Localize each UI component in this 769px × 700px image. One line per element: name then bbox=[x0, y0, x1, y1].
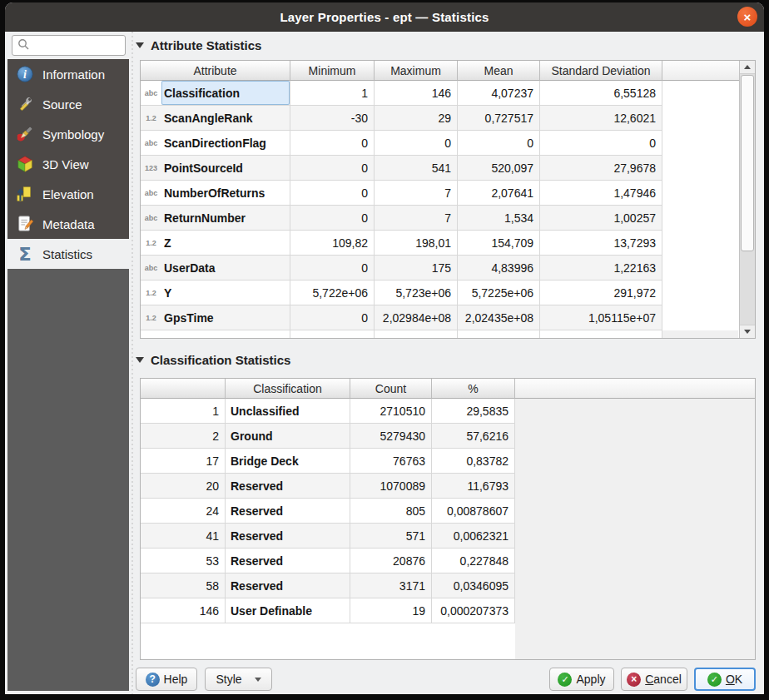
class-code-cell[interactable]: 2 bbox=[141, 424, 226, 449]
column-header-percent[interactable]: % bbox=[432, 379, 515, 399]
attribute-cell[interactable]: 1.2 Z bbox=[141, 231, 290, 256]
class-code-cell[interactable]: 1 bbox=[141, 399, 226, 424]
count-cell[interactable]: 1070089 bbox=[350, 474, 432, 499]
maximum-cell[interactable]: 29 bbox=[375, 106, 458, 131]
maximum-cell[interactable]: 7 bbox=[375, 206, 458, 231]
stddev-cell[interactable]: 6,55128 bbox=[540, 81, 662, 106]
attribute-statistics-group[interactable]: Attribute Statistics bbox=[136, 38, 261, 52]
class-name-cell[interactable]: Reserved bbox=[226, 573, 350, 598]
minimum-cell[interactable]: 0 bbox=[290, 206, 375, 231]
class-name-cell[interactable]: User Definable bbox=[226, 598, 350, 623]
mean-cell[interactable]: 4,07237 bbox=[458, 81, 540, 106]
count-cell[interactable]: 3171 bbox=[350, 573, 432, 598]
help-button[interactable]: ? Help bbox=[136, 668, 197, 691]
class-code-cell[interactable]: 20 bbox=[141, 474, 226, 499]
count-cell[interactable]: 19 bbox=[350, 598, 432, 623]
percent-cell[interactable]: 0,0346095 bbox=[432, 573, 515, 598]
class-code-cell[interactable]: 24 bbox=[141, 499, 226, 524]
class-code-cell[interactable]: 41 bbox=[141, 524, 226, 549]
collapse-triangle-icon[interactable] bbox=[136, 357, 144, 363]
maximum-cell[interactable]: 175 bbox=[375, 256, 458, 280]
percent-cell[interactable]: 0,00878607 bbox=[432, 499, 515, 524]
stddev-cell[interactable]: 1,00257 bbox=[540, 206, 662, 231]
search-input[interactable] bbox=[32, 39, 116, 52]
table-row[interactable]: 17 Bridge Deck 76763 0,83782 bbox=[141, 449, 515, 474]
stddev-cell[interactable]: 1,47946 bbox=[540, 181, 662, 206]
count-cell[interactable]: 2710510 bbox=[350, 399, 432, 424]
close-icon[interactable]: × bbox=[737, 7, 757, 27]
mean-cell[interactable]: 154,709 bbox=[458, 231, 540, 256]
sidebar-item-elevation[interactable]: Elevation bbox=[7, 179, 129, 209]
attribute-cell[interactable]: abc UserData bbox=[141, 256, 290, 280]
mean-cell[interactable]: 2,02435e+08 bbox=[458, 305, 540, 330]
sidebar-splitter[interactable] bbox=[131, 32, 133, 694]
sidebar-item-3d-view[interactable]: 3D View bbox=[7, 149, 129, 179]
mean-cell[interactable]: 520,097 bbox=[458, 156, 540, 181]
mean-cell[interactable]: 0,727517 bbox=[458, 106, 540, 131]
ok-button[interactable]: ✓ OK bbox=[694, 668, 756, 691]
stddev-cell[interactable]: 27,9678 bbox=[540, 156, 662, 181]
attribute-cell[interactable]: abc Classification bbox=[141, 81, 290, 106]
table-row[interactable]: 41 Reserved 571 0,0062321 bbox=[141, 524, 515, 549]
table-row[interactable]: 20 Reserved 1070089 11,6793 bbox=[141, 474, 515, 499]
table-row[interactable]: 1 Unclassified 2710510 29,5835 bbox=[141, 399, 515, 424]
stddev-cell[interactable]: 12,6021 bbox=[540, 106, 662, 131]
sidebar-item-statistics[interactable]: ΣΣ Statistics bbox=[7, 239, 129, 269]
apply-button[interactable]: ✓ Apply bbox=[549, 668, 614, 691]
maximum-cell[interactable]: 5,723e+06 bbox=[375, 280, 458, 305]
table-row[interactable]: 53 Reserved 20876 0,227848 bbox=[141, 549, 515, 573]
column-header-classification[interactable]: Classification bbox=[226, 379, 350, 399]
attribute-cell[interactable]: abc ReturnNumber bbox=[141, 206, 290, 231]
class-name-cell[interactable]: Unclassified bbox=[226, 399, 350, 424]
table-row[interactable]: abc ReturnNumber 0 7 1,534 1,00257 bbox=[141, 206, 662, 231]
table-row[interactable]: 2 Ground 5279430 57,6216 bbox=[141, 424, 515, 449]
count-cell[interactable]: 5279430 bbox=[350, 424, 432, 449]
maximum-cell[interactable]: 146 bbox=[375, 81, 458, 106]
column-header-attribute[interactable]: Attribute bbox=[141, 61, 290, 81]
class-code-cell[interactable]: 17 bbox=[141, 449, 226, 474]
percent-cell[interactable]: 0,0062321 bbox=[432, 524, 515, 549]
column-header-mean[interactable]: Mean bbox=[458, 61, 540, 81]
table-row[interactable]: 146 User Definable 19 0,000207373 bbox=[141, 598, 515, 623]
table-row[interactable]: 1.2 Y 5,722e+06 5,723e+06 5,7225e+06 291… bbox=[141, 280, 662, 305]
class-code-cell[interactable]: 53 bbox=[141, 549, 226, 573]
stddev-cell[interactable]: 1,22163 bbox=[540, 256, 662, 280]
percent-cell[interactable]: 29,5835 bbox=[432, 399, 515, 424]
table-row[interactable]: abc UserData 0 175 4,83996 1,22163 bbox=[141, 256, 662, 280]
maximum-cell[interactable]: 198,01 bbox=[375, 231, 458, 256]
class-name-cell[interactable]: Reserved bbox=[226, 549, 350, 573]
style-button[interactable]: Style bbox=[205, 668, 272, 691]
table-row[interactable]: 1.2 GpsTime 0 2,02984e+08 2,02435e+08 1,… bbox=[141, 305, 662, 330]
count-cell[interactable]: 805 bbox=[350, 499, 432, 524]
class-name-cell[interactable]: Reserved bbox=[226, 499, 350, 524]
classification-statistics-group[interactable]: Classification Statistics bbox=[136, 353, 290, 367]
scrollbar-up-icon[interactable] bbox=[740, 61, 755, 74]
percent-cell[interactable]: 0,83782 bbox=[432, 449, 515, 474]
mean-cell[interactable]: 1,534 bbox=[458, 206, 540, 231]
minimum-cell[interactable]: 109,82 bbox=[290, 231, 375, 256]
attribute-cell[interactable]: 1.2 Y bbox=[141, 280, 290, 305]
attribute-cell[interactable]: 1.2 GpsTime bbox=[141, 305, 290, 330]
percent-cell[interactable]: 0,227848 bbox=[432, 549, 515, 573]
minimum-cell[interactable]: -30 bbox=[290, 106, 375, 131]
column-header-minimum[interactable]: Minimum bbox=[290, 61, 375, 81]
sidebar-search[interactable] bbox=[12, 35, 126, 56]
minimum-cell[interactable]: 0 bbox=[290, 305, 375, 330]
percent-cell[interactable]: 0,000207373 bbox=[432, 598, 515, 623]
percent-cell[interactable]: 11,6793 bbox=[432, 474, 515, 499]
count-cell[interactable]: 76763 bbox=[350, 449, 432, 474]
attribute-cell[interactable]: 1.2 ScanAngleRank bbox=[141, 106, 290, 131]
table-row[interactable]: abc Classification 1 146 4,07237 6,55128 bbox=[141, 81, 662, 106]
table-row[interactable]: abc NumberOfReturns 0 7 2,07641 1,47946 bbox=[141, 181, 662, 206]
mean-cell[interactable]: 0 bbox=[458, 131, 540, 156]
attribute-cell[interactable]: abc NumberOfReturns bbox=[141, 181, 290, 206]
attribute-cell[interactable]: abc ScanDirectionFlag bbox=[141, 131, 290, 156]
maximum-cell[interactable]: 0 bbox=[375, 131, 458, 156]
table-row[interactable]: 24 Reserved 805 0,00878607 bbox=[141, 499, 515, 524]
stddev-cell[interactable]: 1,05115e+07 bbox=[540, 305, 662, 330]
attribute-cell[interactable]: 123 PointSourceId bbox=[141, 156, 290, 181]
stddev-cell[interactable]: 13,7293 bbox=[540, 231, 662, 256]
mean-cell[interactable]: 4,83996 bbox=[458, 256, 540, 280]
table-row[interactable]: 58 Reserved 3171 0,0346095 bbox=[141, 573, 515, 598]
class-name-cell[interactable]: Reserved bbox=[226, 524, 350, 549]
